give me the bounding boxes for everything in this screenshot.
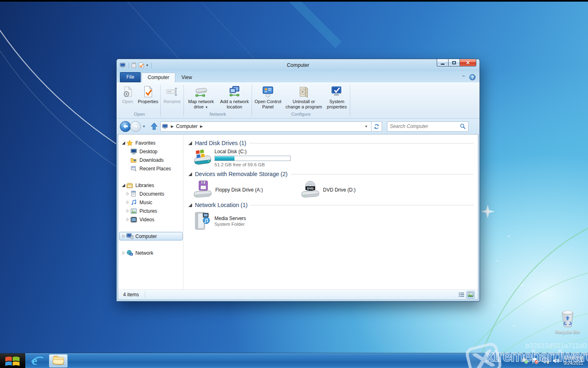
sidebar-item-computer[interactable]: Computer [118, 232, 183, 240]
sidebar-item-videos[interactable]: Videos [118, 215, 183, 224]
floppy-drive-item[interactable]: Floppy Disk Drive (A:) [192, 181, 300, 199]
uninstall-button[interactable]: Uninstall or change a program [283, 84, 324, 110]
system-properties-icon [330, 85, 344, 99]
pictures-icon [130, 208, 137, 214]
file-list-area: Hard Disk Drives (1) [183, 134, 478, 289]
taskbar-explorer-window[interactable] [49, 354, 68, 368]
minimize-button[interactable] [437, 59, 448, 66]
expanded-icon[interactable] [122, 184, 126, 187]
sidebar-item-documents[interactable]: Documents [118, 190, 183, 198]
search-icon[interactable] [460, 123, 466, 129]
ribbon-group-open: Open Properties Open [119, 83, 160, 118]
maximize-icon [452, 61, 456, 64]
group-header-rule [250, 143, 474, 143]
tab-file[interactable]: File [120, 72, 141, 82]
network-icon [126, 250, 133, 256]
videos-icon [130, 216, 137, 223]
windows-flag-icon [4, 355, 21, 366]
collapsed-icon[interactable] [126, 209, 130, 213]
address-dropdown-icon[interactable]: ▼ [365, 125, 369, 128]
sidebar-item-pictures[interactable]: Pictures [118, 207, 183, 215]
properties-button[interactable]: Properties [136, 84, 160, 105]
group-expanded-icon [188, 203, 192, 207]
screen-top-edge [0, 0, 588, 2]
sidebar-item-network[interactable]: Network [118, 249, 183, 257]
ribbon: Open Properties Open Rename [117, 82, 480, 119]
items-count: 4 items [122, 292, 139, 297]
system-properties-button[interactable]: System properties [324, 84, 349, 110]
sidebar-item-favorites[interactable]: Favorites [118, 139, 183, 147]
up-button[interactable] [150, 122, 158, 130]
minimize-ribbon-icon[interactable]: ⌃ [461, 75, 466, 80]
details-view-button[interactable] [458, 291, 466, 299]
navigation-pane: Favorites Desktop Downloads Recent Place… [118, 134, 183, 289]
recent-pages-dropdown-icon[interactable]: ▼ [142, 125, 146, 128]
dvd-drive-label: DVD Drive (D:) [323, 187, 356, 193]
internet-explorer-icon: e [30, 354, 44, 367]
expanded-icon[interactable] [122, 141, 126, 145]
map-network-drive-button[interactable]: Map network drive ▼ [184, 84, 218, 111]
search-box[interactable]: Search Computer [387, 121, 469, 132]
help-icon[interactable]: ? [469, 74, 475, 80]
start-button[interactable] [0, 353, 25, 368]
open-button[interactable]: Open [119, 84, 136, 105]
window-title: Computer [117, 62, 480, 68]
media-servers-item[interactable]: Media Servers System Folder [192, 211, 475, 231]
refresh-button[interactable] [371, 121, 382, 132]
sidebar-item-music[interactable]: Music [118, 198, 183, 207]
close-button[interactable]: ✕ [460, 59, 476, 66]
thumbnail-view-button[interactable] [466, 291, 475, 299]
desktop-icon [130, 148, 137, 155]
recycle-bin-icon[interactable]: Recycle Bin [554, 309, 581, 334]
breadcrumb-chevron-icon[interactable]: ▶ [171, 124, 174, 128]
breadcrumb-computer[interactable]: Computer [176, 123, 198, 129]
favorites-icon [126, 140, 133, 146]
taskbar-internet-explorer[interactable]: e [28, 354, 46, 368]
address-bar[interactable]: ▶ Computer ▶ ▼ [160, 121, 371, 132]
collapsed-icon[interactable] [126, 218, 130, 221]
sidebar-item-downloads[interactable]: Downloads [118, 156, 183, 164]
local-disk-item[interactable]: Local Disk (C:) 51.2 GB free of 59.6 GB [192, 149, 475, 167]
ribbon-group-rename: Rename [161, 83, 183, 118]
title-bar[interactable]: ▼ Computer ✕ [117, 59, 480, 71]
folder-icon [52, 355, 65, 366]
tab-view[interactable]: View [175, 73, 198, 82]
sidebar-item-desktop[interactable]: Desktop [118, 147, 183, 156]
open-control-panel-button[interactable]: Open Control Panel [252, 84, 283, 110]
collapsed-icon[interactable] [122, 251, 126, 255]
group-header-network-location[interactable]: Network Location (1) [188, 202, 475, 208]
media-servers-label: Media Servers [214, 216, 246, 222]
add-network-location-icon [228, 85, 241, 99]
open-icon [121, 85, 135, 99]
recycle-bin-label: Recycle Bin [554, 329, 581, 334]
breadcrumb-chevron-icon2[interactable]: ▶ [200, 124, 203, 128]
dvd-drive-item[interactable]: DVD DVD Drive (D:) [300, 181, 408, 199]
media-servers-icon [192, 211, 211, 231]
close-icon: ✕ [466, 60, 470, 66]
ribbon-separator [160, 85, 161, 117]
map-network-drive-icon [194, 85, 208, 99]
documents-icon [130, 191, 137, 197]
collapsed-icon[interactable] [126, 201, 130, 204]
uninstall-program-icon [297, 85, 311, 99]
properties-icon [141, 85, 155, 99]
sidebar-item-libraries[interactable]: Libraries [118, 181, 183, 190]
ribbon-group-configure: Open Control Panel Uninstall or change a… [252, 83, 349, 118]
add-network-location-button[interactable]: Add a network location [218, 84, 251, 110]
group-header-hard-disk-drives[interactable]: Hard Disk Drives (1) [188, 140, 475, 146]
forward-button[interactable] [130, 121, 141, 132]
group-header-removable-storage[interactable]: Devices with Removable Storage (2) [188, 171, 475, 177]
breadcrumb-computer-icon [162, 124, 168, 129]
capacity-bar-fill [215, 156, 234, 161]
media-servers-type: System Folder [214, 222, 246, 227]
collapsed-icon[interactable] [122, 234, 126, 238]
sidebar-item-recent-places[interactable]: Recent Places [118, 164, 183, 173]
tab-computer[interactable]: Computer [141, 73, 175, 82]
rename-button[interactable]: Rename [161, 84, 183, 105]
navigation-bar: ▼ ▶ Computer ▶ ▼ Search Computer [117, 119, 480, 134]
back-button[interactable] [120, 121, 131, 132]
control-panel-icon [261, 85, 275, 99]
status-separator [145, 291, 145, 298]
collapsed-icon[interactable] [126, 192, 130, 196]
maximize-button[interactable] [448, 59, 460, 66]
